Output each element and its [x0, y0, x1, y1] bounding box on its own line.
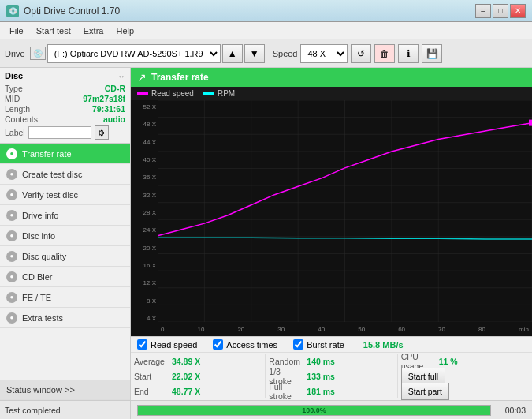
- menu-start-test[interactable]: Start test: [30, 24, 77, 37]
- legend-read-speed-color: [137, 92, 148, 95]
- onethird-val: 133 ms: [307, 372, 346, 381]
- status-window-button[interactable]: Status window >>: [0, 380, 130, 400]
- disc-type-key: Type: [5, 84, 23, 93]
- nav-list: ●Transfer rate●Create test disc●Verify t…: [0, 144, 130, 328]
- nav-item-verify-test-disc[interactable]: ●Verify test disc: [0, 185, 130, 205]
- x-label-20: 20: [237, 326, 244, 333]
- disc-label-input[interactable]: [28, 126, 91, 139]
- menu-bar: File Start test Extra Help: [0, 22, 532, 39]
- nav-item-extra-tests[interactable]: ●Extra tests: [0, 308, 130, 328]
- speed-label: Speed: [273, 49, 298, 58]
- nav-label-transfer-rate: Transfer rate: [22, 149, 72, 159]
- disc-contents-key: Contents: [5, 114, 38, 124]
- disc-label-key: Label: [5, 128, 25, 137]
- save-button[interactable]: 💾: [422, 44, 442, 63]
- nav-item-disc-quality[interactable]: ●Disc quality: [0, 246, 130, 267]
- nav-item-transfer-rate[interactable]: ●Transfer rate: [0, 144, 130, 164]
- nav-item-create-test-disc[interactable]: ●Create test disc: [0, 164, 130, 185]
- speed-select[interactable]: 48 X: [300, 44, 348, 63]
- status-time: 00:03: [497, 406, 526, 415]
- x-unit: min: [519, 326, 529, 333]
- read-speed-check[interactable]: Read speed: [137, 339, 197, 350]
- x-label-70: 70: [438, 326, 445, 333]
- burst-rate-value: 15.8 MB/s: [363, 340, 404, 350]
- end-key: End: [134, 387, 169, 396]
- speed-go-button[interactable]: ↺: [351, 44, 371, 63]
- menu-extra[interactable]: Extra: [77, 24, 110, 37]
- burst-rate-checkbox[interactable]: [293, 339, 303, 350]
- legend-read-speed-label: Read speed: [151, 89, 194, 98]
- legend-read-speed: Read speed: [137, 89, 194, 98]
- random-val: 140 ms: [307, 357, 346, 366]
- status-bar: Test completed 100.0% 00:03: [0, 400, 532, 419]
- y-label-4: 4 X: [132, 315, 156, 322]
- menu-help[interactable]: Help: [110, 24, 140, 37]
- x-label-0: 0: [161, 326, 164, 333]
- nav-item-disc-info[interactable]: ●Disc info: [0, 226, 130, 246]
- progress-bar: 100.0%: [137, 405, 491, 416]
- status-left: Test completed: [0, 401, 131, 419]
- y-label-52: 52 X: [132, 103, 156, 110]
- chart-container: 52 X 48 X 44 X 40 X 36 X 32 X 28 X 24 X …: [131, 100, 532, 336]
- close-button[interactable]: ✕: [510, 4, 526, 18]
- disc-contents-val: audio: [103, 114, 125, 124]
- nav-item-drive-info[interactable]: ●Drive info: [0, 205, 130, 226]
- progress-bar-fill: 100.0%: [138, 406, 490, 415]
- erase-button[interactable]: 🗑: [374, 44, 395, 63]
- nav-icon-create-test-disc: ●: [6, 169, 17, 180]
- y-label-44: 44 X: [132, 139, 156, 146]
- disc-length-key: Length: [5, 104, 30, 114]
- chart-title: Transfer rate: [151, 72, 209, 83]
- start-part-button[interactable]: Start part: [401, 383, 449, 400]
- menu-file[interactable]: File: [3, 24, 30, 37]
- check-row: Read speed Access times Burst rate 15.8 …: [131, 336, 532, 352]
- maximize-button[interactable]: □: [493, 4, 508, 18]
- disc-arrow-button[interactable]: ↔: [117, 72, 125, 80]
- toolbar: Drive 💿 (F:) Optiarc DVD RW AD-5290S+ 1.…: [0, 39, 532, 68]
- minimize-button[interactable]: –: [475, 4, 491, 18]
- y-label-8: 8 X: [132, 297, 156, 305]
- read-speed-checkbox[interactable]: [137, 339, 147, 350]
- access-times-check[interactable]: Access times: [213, 339, 277, 350]
- fullstroke-key: Full stroke: [269, 382, 303, 401]
- app-title: Opti Drive Control 1.70: [24, 6, 120, 17]
- nav-item-cd-bler[interactable]: ●CD Bler: [0, 267, 130, 287]
- nav-label-create-test-disc: Create test disc: [22, 170, 82, 179]
- nav-icon-cd-bler: ●: [6, 271, 17, 282]
- chart-header-icon: ↗: [137, 71, 147, 84]
- disc-section: Disc ↔ Type CD-R MID 97m27s18f Length 79…: [0, 68, 130, 144]
- info-button[interactable]: ℹ: [398, 44, 419, 63]
- nav-label-extra-tests: Extra tests: [22, 313, 63, 323]
- drive-select[interactable]: (F:) Optiarc DVD RW AD-5290S+ 1.R9: [47, 44, 221, 63]
- access-times-checkbox[interactable]: [213, 339, 223, 350]
- drive-up-button[interactable]: ▲: [222, 44, 243, 63]
- nav-icon-verify-test-disc: ●: [6, 189, 17, 200]
- nav-label-verify-test-disc: Verify test disc: [22, 190, 78, 200]
- app-icon: 💿: [6, 5, 19, 17]
- avg-key: Average: [134, 357, 169, 366]
- legend-rpm-label: RPM: [218, 89, 235, 98]
- nav-label-disc-quality: Disc quality: [22, 252, 66, 261]
- burst-rate-check-label: Burst rate: [307, 340, 344, 350]
- nav-icon-fe-te: ●: [6, 292, 17, 303]
- y-label-24: 24 X: [132, 226, 156, 234]
- drive-down-button[interactable]: ▼: [244, 44, 265, 63]
- disc-length-val: 79:31:61: [92, 104, 125, 114]
- nav-item-fe-te[interactable]: ●FE / TE: [0, 287, 130, 308]
- start-val: 22.02 X: [172, 372, 211, 381]
- read-speed-check-label: Read speed: [151, 340, 197, 350]
- chart-legend: Read speed RPM: [131, 87, 532, 100]
- stats-area: Average 34.89 X Start 22.02 X End 48.77 …: [131, 352, 532, 400]
- disc-label-edit-button[interactable]: ⚙: [95, 125, 109, 140]
- x-label-60: 60: [398, 326, 405, 333]
- legend-rpm: RPM: [203, 89, 235, 98]
- start-key: Start: [134, 372, 169, 381]
- legend-rpm-color: [203, 92, 214, 95]
- x-label-30: 30: [277, 326, 285, 333]
- stats-col-2: Random 140 ms 1/3 stroke 133 ms Full str…: [265, 354, 396, 398]
- burst-rate-check[interactable]: Burst rate: [293, 339, 344, 350]
- y-label-20: 20 X: [132, 245, 156, 252]
- disc-title: Disc: [5, 71, 23, 80]
- y-label-40: 40 X: [132, 156, 156, 163]
- disc-mid-key: MID: [5, 94, 20, 103]
